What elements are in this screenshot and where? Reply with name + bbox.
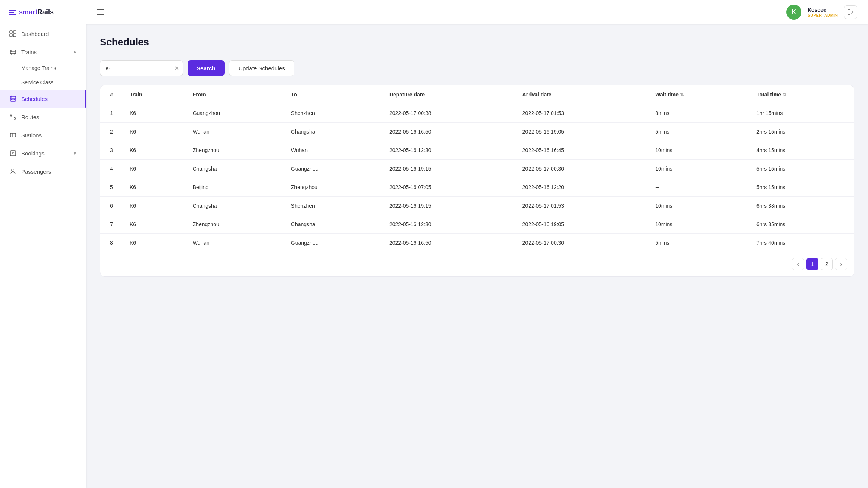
topbar-left [97, 9, 104, 15]
sort-wait-icon: ⇅ [680, 92, 684, 98]
cell-from: Zhengzhou [186, 215, 284, 234]
user-info: Koscee SUPER_ADMIN [808, 7, 838, 17]
table-row: 6 K6 Changsha Shenzhen 2022-05-16 19:15 … [100, 197, 854, 215]
cell-to: Guangzhou [284, 160, 383, 178]
cell-arrival: 2022-05-17 00:30 [516, 234, 649, 252]
stations-icon [9, 131, 17, 139]
toolbar: ✕ Search Update Schedules [100, 60, 854, 76]
sidebar-item-label: Bookings [21, 150, 45, 157]
logo: smartRails [0, 0, 86, 25]
col-header-arrival: Arrival date [516, 85, 649, 104]
cell-departure: 2022-05-16 16:50 [383, 123, 516, 141]
sidebar-item-label: Passengers [21, 168, 51, 175]
user-role: SUPER_ADMIN [808, 13, 838, 17]
sidebar-item-label: Stations [21, 132, 42, 138]
pagination-prev[interactable]: ‹ [792, 258, 804, 270]
cell-to: Shenzhen [284, 104, 383, 123]
svg-rect-3 [13, 34, 16, 37]
cell-wait: 5mins [648, 234, 750, 252]
avatar: K [786, 5, 801, 20]
cell-train: K6 [123, 160, 186, 178]
cell-to: Shenzhen [284, 197, 383, 215]
cell-train: K6 [123, 197, 186, 215]
pagination-page-1[interactable]: 1 [806, 258, 818, 270]
schedules-table: # Train From To Depature date Arrival da… [100, 85, 854, 252]
svg-rect-10 [10, 96, 16, 101]
cell-to: Changsha [284, 215, 383, 234]
col-header-wait[interactable]: Wait time ⇅ [648, 85, 750, 104]
sidebar-item-passengers[interactable]: Passengers [0, 162, 86, 180]
chevron-up-icon: ▲ [73, 49, 77, 54]
cell-train: K6 [123, 123, 186, 141]
passengers-icon [9, 168, 17, 175]
user-name: Koscee [808, 7, 838, 13]
topbar: K Koscee SUPER_ADMIN [86, 0, 868, 24]
sidebar-item-trains[interactable]: Trains ▲ [0, 43, 86, 61]
svg-rect-14 [11, 99, 12, 100]
cell-from: Wuhan [186, 123, 284, 141]
cell-to: Wuhan [284, 141, 383, 160]
sidebar-item-manage-trains[interactable]: Manage Trains [0, 61, 86, 75]
cell-train: K6 [123, 215, 186, 234]
sidebar-item-routes[interactable]: Routes [0, 108, 86, 126]
sidebar-item-label: Schedules [21, 96, 48, 102]
table-row: 2 K6 Wuhan Changsha 2022-05-16 16:50 202… [100, 123, 854, 141]
cell-arrival: 2022-05-17 01:53 [516, 104, 649, 123]
cell-wait: 5mins [648, 123, 750, 141]
table-row: 7 K6 Zhengzhou Changsha 2022-05-16 12:30… [100, 215, 854, 234]
search-button[interactable]: Search [188, 60, 225, 76]
clear-search-icon[interactable]: ✕ [174, 65, 179, 72]
cell-total: 6hrs 35mins [750, 215, 854, 234]
update-schedules-button[interactable]: Update Schedules [229, 60, 294, 76]
cell-num: 3 [100, 141, 123, 160]
pagination-next[interactable]: › [835, 258, 847, 270]
sidebar-item-stations[interactable]: Stations [0, 126, 86, 144]
cell-num: 6 [100, 197, 123, 215]
menu-toggle-button[interactable] [97, 9, 104, 15]
cell-total: 4hrs 15mins [750, 141, 854, 160]
cell-wait: 10mins [648, 160, 750, 178]
cell-to: Guangzhou [284, 234, 383, 252]
table-row: 1 K6 Guangzhou Shenzhen 2022-05-17 00:38… [100, 104, 854, 123]
col-header-train: Train [123, 85, 186, 104]
sidebar-item-service-class[interactable]: Service Class [0, 75, 86, 90]
sidebar: smartRails Dashboard Trains ▲ [0, 0, 86, 488]
cell-total: 7hrs 40mins [750, 234, 854, 252]
cell-total: 6hrs 38mins [750, 197, 854, 215]
logo-icon [9, 10, 16, 15]
cell-arrival: 2022-05-16 16:45 [516, 141, 649, 160]
logo-text: smartRails [19, 8, 54, 16]
dashboard-icon [9, 30, 17, 37]
col-header-from: From [186, 85, 284, 104]
schedules-table-container: # Train From To Depature date Arrival da… [100, 85, 854, 277]
svg-point-17 [10, 115, 12, 116]
col-header-total[interactable]: Total time ⇅ [750, 85, 854, 104]
pagination-page-2[interactable]: 2 [821, 258, 833, 270]
cell-train: K6 [123, 178, 186, 197]
sidebar-item-label: Dashboard [21, 31, 49, 37]
svg-rect-1 [13, 31, 16, 33]
sidebar-item-label: Trains [21, 49, 37, 55]
sidebar-item-label: Routes [21, 114, 39, 120]
svg-rect-15 [13, 99, 14, 100]
col-header-hash: # [100, 85, 123, 104]
logout-button[interactable] [844, 5, 857, 19]
sidebar-item-dashboard[interactable]: Dashboard [0, 25, 86, 43]
table-row: 4 K6 Changsha Guangzhou 2022-05-16 19:15… [100, 160, 854, 178]
cell-from: Changsha [186, 197, 284, 215]
sidebar-item-bookings[interactable]: Bookings ▼ [0, 144, 86, 162]
sidebar-item-schedules[interactable]: Schedules [0, 90, 86, 108]
cell-wait: 8mins [648, 104, 750, 123]
schedules-icon [9, 95, 17, 103]
search-input[interactable] [100, 60, 183, 76]
cell-total: 1hr 15mins [750, 104, 854, 123]
page-content: Schedules ✕ Search Update Schedules # Tr… [86, 24, 868, 488]
page-title: Schedules [100, 36, 854, 48]
cell-from: Zhengzhou [186, 141, 284, 160]
cell-arrival: 2022-05-17 00:30 [516, 160, 649, 178]
trains-icon [9, 48, 17, 56]
cell-arrival: 2022-05-16 19:05 [516, 215, 649, 234]
cell-to: Changsha [284, 123, 383, 141]
cell-from: Beijing [186, 178, 284, 197]
cell-wait: 10mins [648, 197, 750, 215]
